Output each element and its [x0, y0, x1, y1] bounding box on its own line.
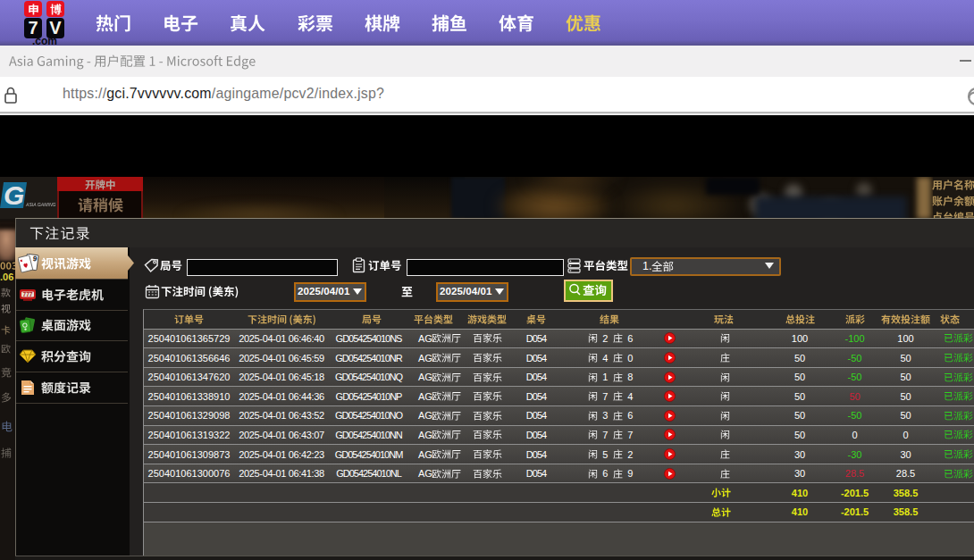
svg-text:777: 777: [23, 291, 33, 297]
